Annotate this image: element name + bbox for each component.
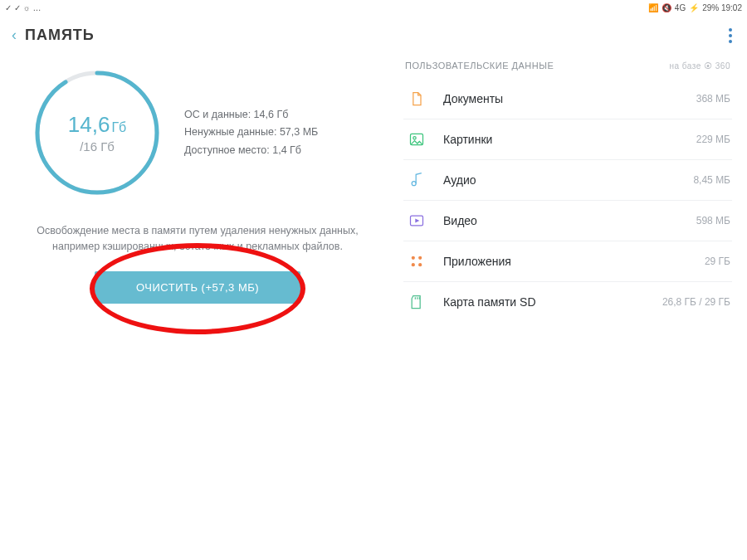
video-icon [405,212,428,229]
status-bar: ✓ ✓ ☼ … 📶 🔇 4G ⚡ 29% 19:02 [0,0,747,15]
clean-button[interactable]: ОЧИСТИТЬ (+57,3 МБ) [95,271,300,304]
storage-stats: ОС и данные: 14,6 Гб Ненужные данные: 57… [184,106,318,159]
list-item[interactable]: Аудио8,45 МБ [403,160,732,201]
document-icon [405,90,428,107]
list-item[interactable]: Видео598 МБ [403,201,732,241]
gauge-used-value: 14,6 [68,112,110,137]
svg-point-3 [413,137,416,139]
svg-point-6 [412,256,415,260]
description-text: Освобождение места в памяти путем удален… [23,223,372,255]
gauge-text: 14,6Гб /16 Гб [27,62,168,203]
status-right-text: 29% 19:02 [702,3,742,12]
stat-os-data: ОС и данные: 14,6 Гб [184,106,318,124]
list-item-value: 368 МБ [696,93,730,105]
image-icon [405,131,428,148]
svg-point-7 [418,256,422,260]
list-item-label: Аудио [443,173,693,187]
wifi-icon: 📶 [648,3,658,12]
gauge-row: 14,6Гб /16 Гб ОС и данные: 14,6 Гб Ненуж… [27,62,380,203]
section-brand: на базе ⦿ 360 [669,61,730,71]
gauge-total: /16 Гб [80,139,115,153]
mute-icon: 🔇 [662,3,671,12]
svg-point-9 [418,263,422,266]
svg-point-8 [412,263,415,266]
audio-icon [405,172,428,188]
status-left-glyphs: ✓ ✓ ☼ … [5,3,42,12]
section-title: ПОЛЬЗОВАТЕЛЬСКИЕ ДАННЫЕ [405,61,554,71]
stat-free: Доступное место: 1,4 Гб [184,142,318,159]
list-item[interactable]: Документы368 МБ [403,79,732,119]
section-header: ПОЛЬЗОВАТЕЛЬСКИЕ ДАННЫЕ на базе ⦿ 360 [405,61,730,71]
list-item-label: Карта памяти SD [443,295,662,309]
left-column: 14,6Гб /16 Гб ОС и данные: 14,6 Гб Ненуж… [15,57,380,322]
status-left: ✓ ✓ ☼ … [5,3,42,12]
list-item-value: 29 ГБ [705,256,730,267]
list-item-value: 598 МБ [696,215,730,226]
list-item-label: Приложения [443,255,705,268]
list-item-label: Видео [443,214,696,227]
header: ‹ ПАМЯТЬ [0,15,747,52]
back-icon[interactable]: ‹ [12,27,17,44]
storage-gauge: 14,6Гб /16 Гб [27,62,168,203]
content-area: 14,6Гб /16 Гб ОС и данные: 14,6 Гб Ненуж… [0,52,747,322]
page-title: ПАМЯТЬ [25,27,95,44]
list-item-value: 8,45 МБ [693,174,730,186]
list-item-label: Картинки [443,133,696,146]
clean-button-wrap: ОЧИСТИТЬ (+57,3 МБ) [15,271,380,304]
battery-text: ⚡ [689,3,699,12]
header-left: ‹ ПАМЯТЬ [12,27,95,44]
list-item-value: 26,8 ГБ / 29 ГБ [662,296,730,308]
sdcard-icon [405,294,428,310]
list-item[interactable]: Картинки229 МБ [403,119,732,160]
list-item[interactable]: Приложения29 ГБ [403,241,732,282]
gauge-used-unit: Гб [111,120,126,134]
stat-junk: Ненужные данные: 57,3 МБ [184,124,318,141]
items-list: Документы368 МБКартинки229 МБАудио8,45 М… [403,79,732,322]
list-item-label: Документы [443,92,696,105]
more-menu-button[interactable] [729,28,732,43]
signal-icon: 4G [675,3,686,12]
list-item-value: 229 МБ [696,134,730,145]
list-item[interactable]: Карта памяти SD26,8 ГБ / 29 ГБ [403,282,732,322]
apps-icon [405,253,428,270]
status-right: 📶 🔇 4G ⚡ 29% 19:02 [648,3,742,12]
right-column: ПОЛЬЗОВАТЕЛЬСКИЕ ДАННЫЕ на базе ⦿ 360 До… [403,57,732,322]
svg-point-4 [412,182,416,186]
gauge-used: 14,6Гб [68,112,126,138]
